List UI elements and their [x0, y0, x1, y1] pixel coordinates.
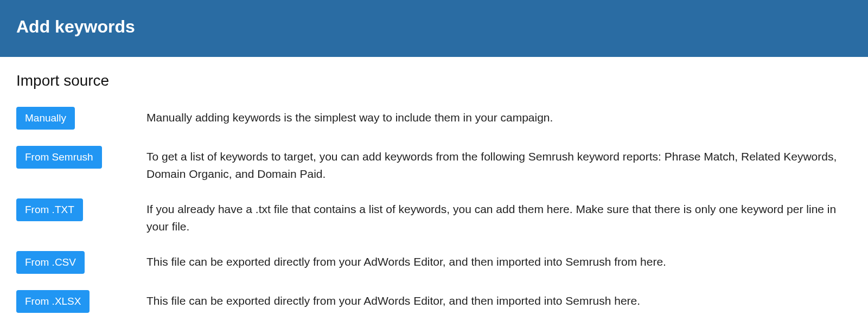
button-col: Manually [16, 107, 146, 130]
from-semrush-description: To get a list of keywords to target, you… [146, 146, 852, 182]
section-title: Import source [16, 72, 852, 89]
button-col: From .TXT [16, 198, 146, 221]
from-semrush-button[interactable]: From Semrush [16, 146, 102, 169]
import-row-manually: Manually Manually adding keywords is the… [16, 107, 852, 130]
manually-description: Manually adding keywords is the simplest… [146, 107, 852, 126]
button-col: From Semrush [16, 146, 146, 169]
from-txt-description: If you already have a .txt file that con… [146, 198, 852, 235]
button-col: From .CSV [16, 251, 146, 274]
from-csv-button[interactable]: From .CSV [16, 251, 85, 274]
from-xlsx-button[interactable]: From .XLSX [16, 290, 90, 313]
from-txt-button[interactable]: From .TXT [16, 198, 83, 221]
content-area: Import source Manually Manually adding k… [0, 57, 868, 313]
import-row-csv: From .CSV This file can be exported dire… [16, 251, 852, 274]
from-csv-description: This file can be exported directly from … [146, 251, 852, 271]
page-title: Add keywords [16, 17, 135, 37]
import-row-semrush: From Semrush To get a list of keywords t… [16, 146, 852, 182]
from-xlsx-description: This file can be exported directly from … [146, 290, 852, 310]
page-header: Add keywords [0, 0, 868, 57]
button-col: From .XLSX [16, 290, 146, 313]
import-row-xlsx: From .XLSX This file can be exported dir… [16, 290, 852, 313]
manually-button[interactable]: Manually [16, 107, 75, 130]
import-row-txt: From .TXT If you already have a .txt fil… [16, 198, 852, 235]
